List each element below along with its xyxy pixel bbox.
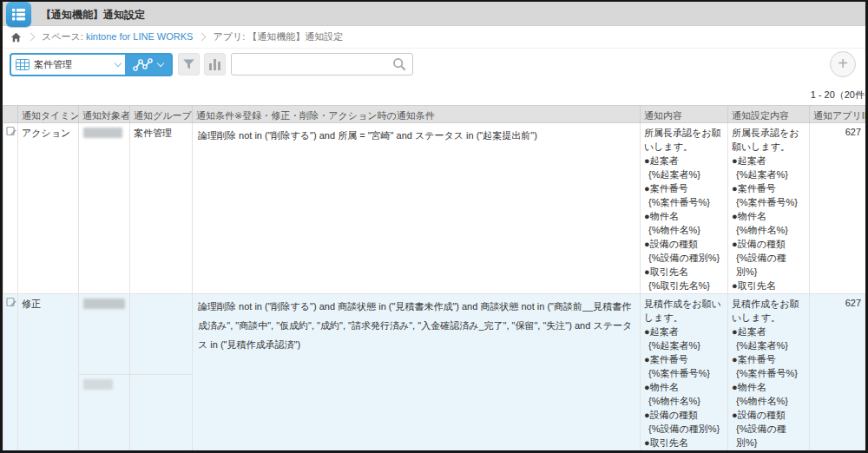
home-icon[interactable] (10, 32, 22, 43)
filter-button[interactable] (178, 53, 200, 76)
cell-condition: 論理削除 not in ("削除する") and 商談状態 in ("見積書未作… (193, 294, 641, 453)
records-table: 通知タイミング 通知対象者 通知グループ名 通知条件※登録・修正・削除・アクショ… (3, 105, 865, 453)
header-spacer (3, 105, 18, 123)
search-box (231, 53, 413, 76)
cell-condition: 論理削除 not in ("削除する") and 所属 = "宮崎" and ス… (193, 123, 641, 293)
cell-timing: 修正 (18, 294, 79, 453)
cell-settings: 見積作成をお願いします。●起案者{%起案者%}●案件番号{%案件番号%}●物件名… (728, 294, 810, 453)
list-icon (6, 2, 31, 27)
breadcrumb-separator-icon (198, 33, 207, 42)
app-window: 【通知機能】通知設定 スペース: kintone for LINE WORKS … (0, 0, 868, 453)
view-selector: 案件管理 (10, 53, 173, 76)
redacted-user-name (83, 299, 125, 309)
cell-app-id: 627 (810, 123, 865, 293)
breadcrumb-separator-icon (27, 33, 36, 42)
chevron-down-icon (115, 60, 122, 67)
chart-button[interactable] (204, 53, 226, 76)
cell-content: 見積作成をお願いします。●起案者{%起案者%}●案件番号{%案件番号%}●物件名… (641, 294, 728, 453)
sub-cell (79, 375, 129, 453)
cell-content: 所属長承認をお願いします。●起案者{%起案者%}●案件番号{%案件番号%}●物件… (641, 123, 728, 293)
view-selector-value: 案件管理 (34, 58, 115, 71)
chevron-down-icon (157, 60, 164, 67)
cell-group (130, 294, 193, 453)
magnifier-icon[interactable] (391, 56, 412, 72)
funnel-icon (181, 57, 196, 71)
table-icon (16, 59, 30, 70)
cell-app-id: 627 (810, 294, 865, 453)
col-header-settings: 通知設定内容 (728, 105, 810, 123)
title-bar: 【通知機能】通知設定 (3, 2, 865, 26)
col-header-app-id: 通知アプリID (810, 105, 865, 123)
table-row: 修正 論理削除 not in ("削除する") and 商談状態 in ("見積… (3, 294, 865, 453)
page-title: 【通知機能】通知設定 (41, 8, 145, 23)
edit-record-icon[interactable] (3, 123, 18, 293)
view-dropdown[interactable]: 案件管理 (11, 55, 125, 75)
graph-view-button[interactable] (125, 55, 171, 75)
cell-settings: 所属長承認をお願いします。●起案者{%起案者%}●案件番号{%案件番号%}●物件… (728, 123, 810, 293)
breadcrumb-space-label: スペース: (42, 31, 83, 42)
cell-group: 案件管理 (130, 123, 193, 293)
sub-cell (130, 375, 192, 453)
col-header-target: 通知対象者 (79, 105, 130, 123)
redacted-user-name (83, 128, 122, 138)
table-header-row: 通知タイミング 通知対象者 通知グループ名 通知条件※登録・修正・削除・アクショ… (3, 105, 865, 123)
redacted-user-name (83, 379, 113, 390)
table-row: アクション 案件管理 論理削除 not in ("削除する") and 所属 =… (3, 123, 865, 294)
sub-cell (130, 294, 192, 375)
add-record-button[interactable]: + (830, 51, 856, 77)
plus-icon: + (838, 54, 848, 73)
col-header-group: 通知グループ名 (130, 105, 193, 123)
pagination: 1 - 20（20件 (3, 89, 865, 102)
cell-timing: アクション (18, 123, 79, 293)
bar-chart-icon (208, 58, 221, 71)
sub-cell (79, 294, 129, 375)
col-header-timing: 通知タイミング (18, 105, 79, 123)
breadcrumb-app-label: アプリ: (213, 31, 245, 42)
col-header-condition: 通知条件※登録・修正・削除・アクション時の通知条件 (193, 105, 641, 123)
search-input[interactable] (232, 54, 391, 75)
col-header-content: 通知内容 (641, 105, 728, 123)
edit-record-icon[interactable] (3, 294, 18, 453)
toolbar: 案件管理 (3, 49, 865, 89)
breadcrumb-space: スペース: kintone for LINE WORKS (42, 30, 193, 43)
cell-target (79, 294, 130, 453)
cell-target (79, 123, 130, 293)
breadcrumb-space-link[interactable]: kintone for LINE WORKS (86, 31, 194, 42)
breadcrumb-app: アプリ: 【通知機能】通知設定 (213, 30, 343, 43)
line-graph-icon (133, 58, 153, 72)
breadcrumb-app-name: 【通知機能】通知設定 (247, 31, 343, 42)
breadcrumb: スペース: kintone for LINE WORKS アプリ: 【通知機能】… (3, 26, 865, 49)
app-list-icon[interactable] (6, 2, 31, 27)
